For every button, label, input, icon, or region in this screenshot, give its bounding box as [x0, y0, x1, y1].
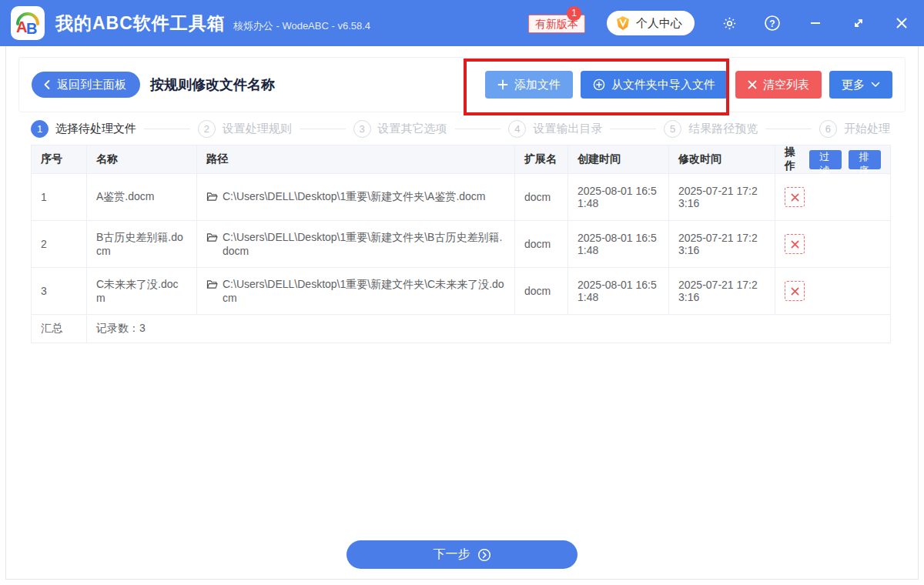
table-row: 2 B古历史差别籍.docm C:\Users\DELL\Desktop\1重要…	[32, 221, 891, 268]
toolbar: 返回到主面板 按规则修改文件名称 添加文件 从文件夹中导入文件 清空列表 更多	[18, 57, 906, 112]
header-index: 序号	[32, 145, 87, 174]
step-circle: 5	[664, 120, 681, 138]
step-label: 设置处理规则	[223, 122, 292, 136]
next-step-label: 下一步	[434, 547, 470, 563]
page-title: 按规则修改文件名称	[150, 75, 275, 94]
folder-open-icon	[206, 190, 218, 204]
back-button-label: 返回到主面板	[57, 78, 126, 92]
circle-arrow-right-icon	[477, 548, 491, 562]
delete-row-button[interactable]	[785, 281, 805, 301]
step-label: 选择待处理文件	[55, 122, 136, 136]
sort-button[interactable]: 排序	[849, 150, 881, 169]
header-actions: 操作 过滤 排序	[775, 145, 891, 174]
folder-open-icon	[206, 231, 218, 245]
cell-modified: 2025-07-21 17:23:16	[669, 174, 775, 221]
more-button[interactable]: 更多	[829, 71, 892, 99]
step-circle: 3	[353, 120, 371, 138]
cell-index: 1	[32, 174, 87, 221]
app-title: 我的ABC软件工具箱	[55, 12, 226, 35]
header-actions-label: 操作	[785, 145, 802, 173]
step-circle: 4	[508, 120, 526, 138]
titlebar: A B 我的ABC软件工具箱 核烁办公 - WodeABC - v6.58.4	[0, 0, 924, 46]
step-5-path-preview: 5 结果路径预览	[664, 120, 758, 138]
cell-created: 2025-08-01 16:51:48	[568, 221, 669, 268]
app-logo-icon: A B	[11, 6, 45, 40]
next-step-button[interactable]: 下一步	[346, 540, 578, 569]
minimize-button[interactable]	[806, 14, 825, 32]
delete-row-button[interactable]	[785, 234, 805, 254]
step-connector	[455, 129, 501, 129]
close-button[interactable]	[892, 14, 911, 32]
more-label: 更多	[842, 78, 865, 92]
step-circle: 2	[198, 120, 216, 138]
plus-icon	[497, 79, 508, 90]
import-from-folder-label: 从文件夹中导入文件	[611, 78, 715, 92]
header-modified: 修改时间	[669, 145, 775, 174]
cell-index: 2	[32, 221, 87, 268]
circle-plus-icon	[593, 79, 605, 91]
step-1-select-files: 1 选择待处理文件	[31, 120, 136, 138]
table-header-row: 序号 名称 路径 扩展名 创建时间 修改时间 操作 过滤 排序	[32, 145, 891, 174]
step-connector	[144, 129, 190, 129]
cell-actions	[775, 221, 891, 268]
new-version-count-badge: 1	[567, 6, 581, 21]
step-connector	[300, 129, 346, 129]
cell-ext: docm	[515, 268, 568, 315]
help-icon[interactable]: ?	[763, 14, 782, 32]
cell-name: A鉴赏.docm	[87, 174, 197, 221]
chevron-left-icon	[42, 79, 52, 90]
cell-path: C:\Users\DELL\Desktop\1重要\新建文件夹\C未来来了没.d…	[197, 268, 515, 315]
summary-label: 汇总	[32, 315, 87, 343]
filter-button[interactable]: 过滤	[809, 150, 842, 169]
delete-row-button[interactable]	[785, 187, 805, 207]
cell-actions	[775, 268, 891, 315]
cell-modified: 2025-07-21 17:23:16	[669, 268, 775, 315]
table-row: 1 A鉴赏.docm C:\Users\DELL\Desktop\1重要\新建文…	[32, 174, 891, 221]
table-row: 3 C未来来了没.docm C:\Users\DELL\Desktop\1重要\…	[32, 268, 891, 315]
cell-modified: 2025-07-21 17:23:16	[669, 221, 775, 268]
step-connector	[765, 129, 812, 129]
cell-created: 2025-08-01 16:51:48	[568, 174, 669, 221]
x-icon	[748, 80, 757, 89]
step-6-start: 6 开始处理	[819, 120, 890, 138]
step-connector	[610, 129, 656, 129]
import-from-folder-button[interactable]: 从文件夹中导入文件	[581, 71, 728, 99]
summary-value: 记录数：3	[87, 315, 891, 343]
header-path: 路径	[197, 145, 515, 174]
chevron-down-icon	[871, 82, 880, 88]
cell-name: B古历史差别籍.docm	[87, 221, 197, 268]
cell-index: 3	[32, 268, 87, 315]
step-label: 开始处理	[844, 122, 890, 136]
header-ext: 扩展名	[515, 145, 568, 174]
file-table: 序号 名称 路径 扩展名 创建时间 修改时间 操作 过滤 排序 1 A鉴赏.do…	[31, 145, 891, 343]
resize-maximize-button[interactable]	[849, 14, 868, 32]
clear-list-label: 清空列表	[763, 78, 809, 92]
path-text: C:\Users\DELL\Desktop\1重要\新建文件夹\C未来来了没.d…	[223, 278, 505, 304]
cell-name: C未来来了没.docm	[87, 268, 197, 315]
step-label: 设置输出目录	[533, 122, 602, 136]
vip-shield-icon	[615, 15, 631, 31]
cell-path: C:\Users\DELL\Desktop\1重要\新建文件夹\B古历史差别籍.…	[197, 221, 515, 268]
add-files-button[interactable]: 添加文件	[485, 71, 573, 99]
cell-ext: docm	[515, 221, 568, 268]
step-label: 设置其它选项	[378, 122, 447, 136]
user-center-label: 个人中心	[636, 16, 682, 31]
settings-gear-icon[interactable]	[720, 14, 738, 32]
clear-list-button[interactable]: 清空列表	[735, 71, 822, 99]
cell-path: C:\Users\DELL\Desktop\1重要\新建文件夹\A鉴赏.docm	[197, 174, 515, 221]
back-to-main-button[interactable]: 返回到主面板	[32, 72, 140, 98]
summary-row: 汇总 记录数：3	[32, 315, 891, 343]
step-3-other-options: 3 设置其它选项	[353, 120, 447, 138]
header-created: 创建时间	[568, 145, 669, 174]
svg-text:B: B	[26, 20, 37, 37]
step-circle: 1	[31, 120, 49, 138]
step-indicator: 1 选择待处理文件 2 设置处理规则 3 设置其它选项 4 设置输出目录 5 结…	[31, 117, 890, 140]
cell-created: 2025-08-01 16:51:48	[568, 268, 669, 315]
step-4-output-dir: 4 设置输出目录	[508, 120, 602, 138]
add-files-label: 添加文件	[514, 78, 561, 92]
folder-open-icon	[206, 278, 218, 292]
path-text: C:\Users\DELL\Desktop\1重要\新建文件夹\A鉴赏.docm	[223, 190, 486, 204]
user-center-button[interactable]: 个人中心	[607, 11, 695, 35]
svg-text:?: ?	[769, 18, 775, 29]
header-name: 名称	[87, 145, 197, 174]
